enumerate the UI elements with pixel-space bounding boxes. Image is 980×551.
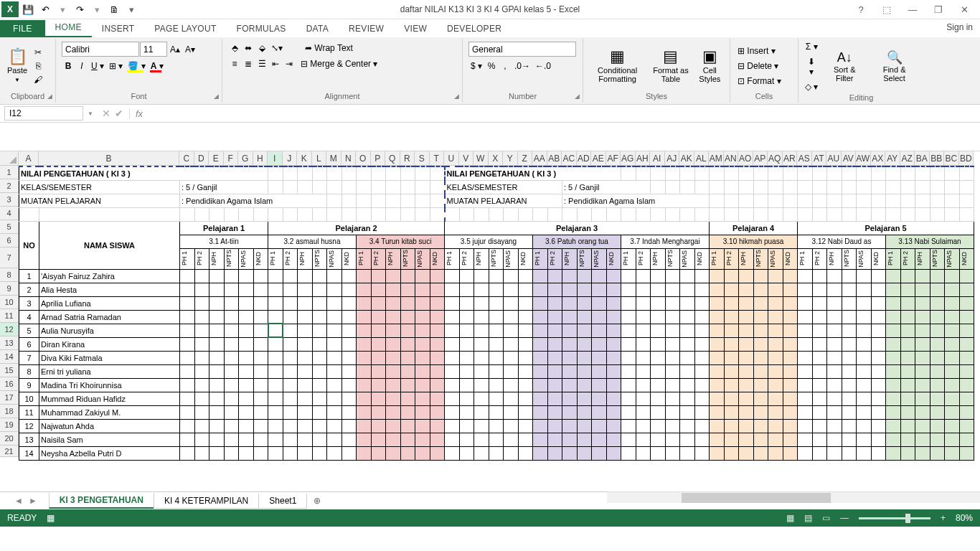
format-cells-button[interactable]: ⊡ Format ▾ [735,75,784,88]
col-header-P[interactable]: P [371,151,386,166]
tab-file[interactable]: FILE [0,20,45,37]
sheet-tab-ki4[interactable]: KI 4 KETERAMPILAN [154,494,259,509]
font-launcher[interactable]: ◢ [212,93,220,101]
ribbon-display-icon[interactable]: ⬚ [878,4,895,15]
col-header-AJ[interactable]: AJ [665,151,680,166]
row-header-16[interactable]: 16 [0,377,19,391]
col-header-K[interactable]: K [297,151,312,166]
col-header-AD[interactable]: AD [577,151,592,166]
row-header-17[interactable]: 17 [0,391,19,405]
col-header-AB[interactable]: AB [547,151,562,166]
row-header-19[interactable]: 19 [0,418,19,432]
zoom-in-icon[interactable]: + [941,513,946,523]
row-header-2[interactable]: 2 [0,179,19,193]
clear-icon[interactable]: ◇ ▾ [803,80,820,93]
row-header-10[interactable]: 10 [0,296,19,309]
orientation-icon[interactable]: ⤡▾ [269,42,285,55]
col-header-L[interactable]: L [312,151,327,166]
col-header-I[interactable]: I [268,151,283,166]
col-header-AN[interactable]: AN [724,151,739,166]
col-header-BA[interactable]: BA [915,151,930,166]
cancel-formula-icon[interactable]: ✕ [102,108,110,119]
add-sheet-icon[interactable]: ⊕ [306,494,328,508]
col-header-S[interactable]: S [415,151,430,166]
col-header-AY[interactable]: AY [885,151,900,166]
number-format-select[interactable] [468,42,576,57]
row-header-13[interactable]: 13 [0,336,19,350]
decrease-font-icon[interactable]: A▾ [183,43,197,56]
col-header-AA[interactable]: AA [532,151,547,166]
font-family-select[interactable] [62,42,139,57]
fill-color-button[interactable]: 🪣 ▾ [126,60,147,72]
enter-formula-icon[interactable]: ✔ [115,108,123,119]
paste-button[interactable]: 📋Paste▼ [4,47,30,84]
redo-icon[interactable]: ↷ [72,1,88,17]
percent-format-icon[interactable]: % [485,60,498,72]
col-header-AU[interactable]: AU [826,151,842,166]
wrap-text-button[interactable]: ➦ Wrap Text [301,42,357,55]
new-file-icon[interactable]: 🗎 [106,1,122,17]
col-header-R[interactable]: R [400,151,415,166]
row-header-8[interactable]: 8 [0,268,19,282]
col-header-J[interactable]: J [283,151,298,166]
col-header-A[interactable]: A [19,151,39,166]
align-middle-icon[interactable]: ⬌ [242,42,255,55]
align-right-icon[interactable]: ☰ [255,57,268,70]
row-header-15[interactable]: 15 [0,364,19,377]
col-header-AM[interactable]: AM [709,151,724,166]
find-select-button[interactable]: 🔍Find & Select [869,50,920,84]
col-header-AG[interactable]: AG [621,151,636,166]
sheet-nav-next-icon[interactable]: ► [29,496,37,506]
col-header-AV[interactable]: AV [842,151,857,166]
zoom-out-icon[interactable]: ― [840,513,849,523]
tab-formulas[interactable]: FORMULAS [227,20,296,37]
col-header-Q[interactable]: Q [385,151,400,166]
sort-filter-button[interactable]: A↓Sort & Filter [821,50,867,84]
undo-icon[interactable]: ↶ [37,1,53,17]
row-header-5[interactable]: 5 [0,220,19,234]
borders-button[interactable]: ⊞ ▾ [107,60,125,72]
row-header-12[interactable]: 12 [0,323,19,336]
col-header-AK[interactable]: AK [679,151,694,166]
align-left-icon[interactable]: ≡ [228,57,241,70]
help-icon[interactable]: ? [852,4,870,15]
col-header-BC[interactable]: BC [944,151,959,166]
merge-center-button[interactable]: ⊟ Merge & Center ▾ [296,57,382,70]
sign-in-link[interactable]: Sign in [946,22,973,32]
zoom-level[interactable]: 80% [956,513,973,523]
col-header-B[interactable]: B [39,151,179,166]
increase-decimal-icon[interactable]: .0→ [512,60,532,72]
fill-icon[interactable]: ⬇ ▾ [803,55,820,78]
italic-button[interactable]: I [75,60,88,72]
col-header-AQ[interactable]: AQ [768,151,783,166]
save-icon[interactable]: 💾 [20,1,36,17]
underline-button[interactable]: U ▾ [89,60,106,72]
row-header-3[interactable]: 3 [0,193,19,207]
row-header-7[interactable]: 7 [0,248,19,268]
row-header-6[interactable]: 6 [0,234,19,248]
minimize-icon[interactable]: ― [904,4,921,15]
macro-record-icon[interactable]: ▦ [47,513,55,523]
font-size-select[interactable] [140,42,167,57]
sheet-tab-ki3[interactable]: KI 3 PENGETAHUAN [49,493,154,509]
format-as-table-button[interactable]: ▤Format as Table [649,47,692,85]
increase-font-icon[interactable]: A▴ [168,43,182,56]
col-header-AR[interactable]: AR [783,151,798,166]
col-header-Y[interactable]: Y [503,151,518,166]
col-header-M[interactable]: M [326,151,341,166]
col-header-AZ[interactable]: AZ [900,151,915,166]
col-header-AC[interactable]: AC [562,151,577,166]
tab-home[interactable]: HOME [45,19,92,37]
clipboard-launcher[interactable]: ◢ [45,93,54,101]
col-header-N[interactable]: N [341,151,357,166]
col-header-E[interactable]: E [209,151,224,166]
worksheet-grid[interactable]: 123456789101112131415161718192021 ABCDEF… [0,151,980,491]
col-header-AH[interactable]: AH [636,151,651,166]
row-header-20[interactable]: 20 [0,432,19,446]
col-header-AT[interactable]: AT [812,151,827,166]
col-header-C[interactable]: C [179,151,194,166]
row-header-14[interactable]: 14 [0,350,19,364]
alignment-launcher[interactable]: ◢ [452,93,461,101]
tab-developer[interactable]: DEVELOPER [437,20,512,37]
name-box[interactable] [4,106,83,121]
